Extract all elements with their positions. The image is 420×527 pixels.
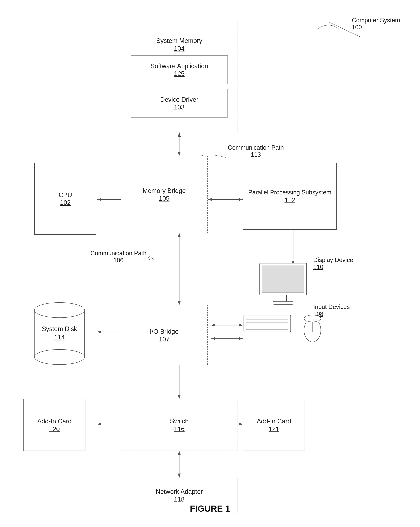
device-driver-box: Device Driver 103 bbox=[131, 89, 228, 118]
system-disk-icon: System Disk 114 bbox=[29, 293, 90, 371]
parallel-proc-box: Parallel Processing Subsystem 112 bbox=[243, 163, 337, 230]
svg-point-28 bbox=[34, 303, 85, 318]
parallel-proc-label: Parallel Processing Subsystem bbox=[248, 188, 331, 197]
figure-label: FIGURE 1 bbox=[177, 504, 244, 514]
computer-system-label: Computer System 100 bbox=[352, 17, 400, 31]
io-bridge-number: 107 bbox=[159, 336, 169, 343]
add-in-card-121-number: 121 bbox=[269, 425, 279, 433]
monitor-icon bbox=[258, 262, 312, 308]
comm-path-113-label: Communication Path 113 bbox=[228, 144, 284, 158]
parallel-proc-number: 112 bbox=[284, 197, 295, 204]
switch-box: Switch 116 bbox=[121, 399, 238, 451]
add-in-card-120-box: Add-In Card 120 bbox=[23, 399, 86, 451]
svg-rect-16 bbox=[262, 266, 304, 293]
device-driver-label: Device Driver bbox=[160, 96, 198, 104]
svg-rect-18 bbox=[273, 301, 293, 304]
software-app-label: Software Application bbox=[151, 62, 208, 70]
cpu-label: CPU bbox=[59, 191, 72, 199]
network-adapter-number: 118 bbox=[174, 496, 184, 503]
add-in-card-120-label: Add-In Card bbox=[37, 417, 72, 425]
switch-label: Switch bbox=[170, 417, 189, 425]
device-driver-number: 103 bbox=[174, 104, 184, 111]
memory-bridge-box: Memory Bridge 105 bbox=[121, 156, 208, 233]
display-device-label: Display Device 110 bbox=[313, 256, 353, 271]
memory-bridge-label: Memory Bridge bbox=[143, 187, 186, 195]
system-memory-box: System Memory 104 Software Application 1… bbox=[121, 22, 238, 132]
switch-number: 116 bbox=[174, 425, 184, 433]
add-in-card-121-label: Add-In Card bbox=[257, 417, 291, 425]
network-adapter-label: Network Adapter bbox=[156, 488, 203, 496]
svg-rect-17 bbox=[280, 295, 287, 302]
comm-path-106-label: Communication Path 106 bbox=[90, 250, 146, 264]
mouse-icon bbox=[302, 313, 323, 344]
system-memory-label: System Memory bbox=[156, 37, 202, 45]
memory-bridge-number: 105 bbox=[159, 195, 169, 202]
svg-point-26 bbox=[304, 315, 321, 322]
svg-text:114: 114 bbox=[54, 334, 65, 341]
cpu-number: 102 bbox=[60, 199, 71, 206]
keyboard-icon bbox=[243, 313, 297, 335]
svg-text:System Disk: System Disk bbox=[42, 325, 77, 332]
diagram: Computer System 100 System Memory 104 So… bbox=[0, 0, 420, 527]
add-in-card-121-box: Add-In Card 121 bbox=[243, 399, 305, 451]
cpu-box: CPU 102 bbox=[34, 163, 96, 235]
io-bridge-box: I/O Bridge 107 bbox=[121, 305, 208, 365]
software-app-number: 125 bbox=[174, 70, 184, 77]
system-memory-number: 104 bbox=[156, 45, 202, 52]
software-app-box: Software Application 125 bbox=[131, 55, 228, 84]
add-in-card-120-number: 120 bbox=[49, 425, 60, 433]
io-bridge-label: I/O Bridge bbox=[150, 328, 178, 336]
svg-point-29 bbox=[34, 350, 85, 365]
